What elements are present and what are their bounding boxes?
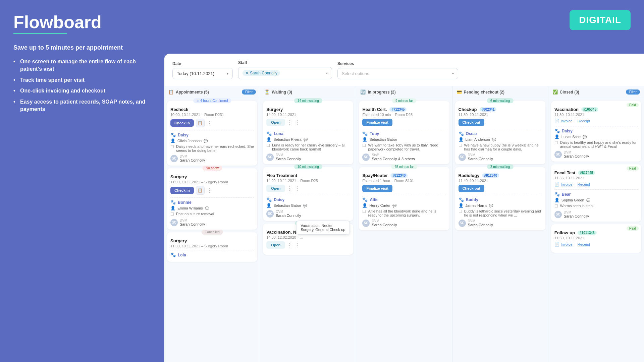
- finalize-visit-button[interactable]: Finalize visit: [362, 185, 392, 192]
- note-row: ☐Post op suture removal: [170, 212, 254, 217]
- cards-area-waiting: 14 min waitingSurgery14:00, 10.11.2021Op…: [260, 98, 356, 362]
- open-button[interactable]: Open: [266, 185, 285, 192]
- check-in-button[interactable]: Check in: [170, 187, 194, 194]
- more-options-button[interactable]: ⋮: [207, 187, 212, 194]
- pet-name[interactable]: Toby: [370, 131, 379, 136]
- pet-name[interactable]: Daisy: [562, 129, 573, 133]
- finalize-visit-button[interactable]: Finalize visit: [362, 119, 392, 126]
- filter-button[interactable]: Filter: [626, 89, 640, 95]
- note-row: ☐Luna is ready for her cherry eye surger…: [266, 143, 350, 151]
- pet-name[interactable]: Oscar: [466, 131, 477, 136]
- invoice-link[interactable]: Invoice: [561, 242, 573, 246]
- more-options-button[interactable]: ⋮: [294, 119, 300, 126]
- dvm-label: DVM: [276, 210, 301, 214]
- note-row: ☐We want to take Toby with us to Italy. …: [362, 143, 446, 151]
- pet-name[interactable]: Alfie: [370, 197, 378, 202]
- pet-name[interactable]: Daisy: [178, 133, 189, 137]
- card-actions: Check out: [459, 185, 542, 192]
- more-options-button[interactable]: ⋮: [287, 242, 292, 248]
- pet-icon: 🐾: [459, 197, 464, 202]
- document-icon: 📄: [554, 119, 559, 123]
- dvm-info: DVMSarah Connolly: [564, 150, 589, 158]
- dvm-name: Sarah Connolly: [564, 154, 589, 158]
- message-icon[interactable]: 💬: [392, 204, 396, 207]
- column-icon: ✅: [552, 89, 558, 95]
- open-button[interactable]: Open: [266, 241, 285, 249]
- chevron-down-icon: ▾: [326, 71, 328, 75]
- appointment-tag: #1011345: [578, 231, 597, 235]
- message-icon[interactable]: 💬: [204, 139, 208, 143]
- column-icon: 📋: [168, 89, 174, 95]
- receipt-link[interactable]: Receipt: [578, 242, 590, 246]
- check-in-button[interactable]: Check in: [170, 119, 194, 127]
- check-out-button[interactable]: Check out: [459, 119, 484, 126]
- avatar: SC: [459, 220, 466, 227]
- owner-name: Lucas Scott: [561, 135, 581, 139]
- appointment-card: 3 min waitingRadiology#81234011:40, 10.1…: [455, 167, 545, 230]
- check-out-button[interactable]: Check out: [459, 185, 484, 192]
- owner-icon: 👤: [554, 134, 559, 139]
- message-icon[interactable]: 💬: [304, 138, 308, 141]
- appointment-card: In 4 hours ConfirmedRecheck10:00, 10.11.…: [167, 101, 257, 166]
- pet-name[interactable]: Buddy: [466, 197, 478, 202]
- note-row: ☐Buddy is lethargic since yesterday even…: [459, 209, 542, 217]
- open-button[interactable]: Open: [266, 119, 285, 126]
- more-options-button[interactable]: ⋮: [294, 185, 300, 192]
- owner-name: Sebastian Gabor: [369, 137, 397, 141]
- pet-name[interactable]: Luna: [274, 131, 283, 136]
- date-select[interactable]: Today (10.11.2021) ▾: [172, 68, 233, 79]
- column-title: In progress (2): [368, 90, 395, 95]
- features-list: One screen to manage the entire flow of …: [13, 58, 151, 113]
- status-badge: In 4 hours Confirmed: [193, 98, 231, 103]
- staff-select[interactable]: ✕ Sarah Connolly ▾: [238, 67, 332, 79]
- avatar: SC: [554, 211, 562, 218]
- card-title: Flea Treatment: [266, 173, 297, 178]
- dvm-name: Sarah Connolly: [564, 214, 589, 218]
- dvm-info: DVMSarah Connolly: [468, 153, 493, 161]
- checkbox-icon: ☐: [459, 143, 462, 151]
- dvm-name: Sarah Connolly: [468, 157, 493, 161]
- owner-row: 👤Emma Williams💬: [170, 206, 254, 210]
- column-icon: 💳: [457, 89, 462, 95]
- invoice-link[interactable]: Invoice: [561, 119, 573, 123]
- pet-name[interactable]: Daisy: [274, 197, 284, 202]
- receipt-link[interactable]: Receipt: [578, 119, 590, 123]
- more-options-button[interactable]: ⋮: [294, 242, 300, 248]
- services-placeholder: Select options: [342, 71, 369, 76]
- owner-row: 👤Sophia Green💬: [554, 198, 638, 202]
- dvm-row: SCDVMSarah Connolly: [362, 219, 446, 227]
- dvm-row: SCStaffSarah Connolly & 3 others: [362, 153, 446, 161]
- close-icon[interactable]: ✕: [245, 71, 249, 75]
- owner-name: James Harris: [466, 203, 487, 207]
- owner-icon: 👤: [362, 137, 367, 142]
- pet-name[interactable]: Bonnie: [178, 200, 192, 205]
- more-options-button[interactable]: ⋮: [207, 120, 212, 126]
- message-icon[interactable]: 💬: [583, 135, 587, 139]
- invoice-link[interactable]: Invoice: [561, 182, 573, 186]
- checkbox-icon: ☐: [362, 143, 366, 151]
- filter-button[interactable]: Filter: [242, 89, 256, 95]
- records-icon-button[interactable]: 📋: [196, 186, 205, 195]
- receipt-link[interactable]: Receipt: [578, 182, 590, 186]
- owner-icon: 👤: [266, 203, 271, 208]
- message-icon[interactable]: 💬: [303, 204, 307, 207]
- message-icon[interactable]: 💬: [586, 198, 590, 202]
- checkbox-icon: ☐: [459, 209, 462, 217]
- column-icon: ⏳: [264, 89, 270, 95]
- records-icon-button[interactable]: 📋: [196, 119, 205, 127]
- more-options-button[interactable]: ⋮: [287, 119, 292, 126]
- status-badge: Cancelled: [201, 230, 223, 235]
- appointment-tag: #817445: [578, 171, 595, 175]
- note-text: Post op suture removal: [176, 212, 214, 217]
- services-select[interactable]: Select options ▾: [337, 68, 458, 79]
- message-icon[interactable]: 💬: [205, 206, 209, 210]
- staff-value: Sarah Connolly: [250, 71, 277, 75]
- message-icon[interactable]: 💬: [492, 138, 496, 141]
- more-options-button[interactable]: ⋮: [287, 185, 292, 192]
- owner-row: 👤Olivia Johnson💬: [170, 138, 254, 143]
- dvm-name: Sarah Connolly & 3 others: [372, 157, 415, 161]
- pet-name[interactable]: Bear: [562, 192, 571, 197]
- staff-filter-group: Staff ✕ Sarah Connolly ▾: [238, 60, 332, 79]
- pet-name[interactable]: Lola: [178, 253, 186, 257]
- message-icon[interactable]: 💬: [489, 204, 493, 207]
